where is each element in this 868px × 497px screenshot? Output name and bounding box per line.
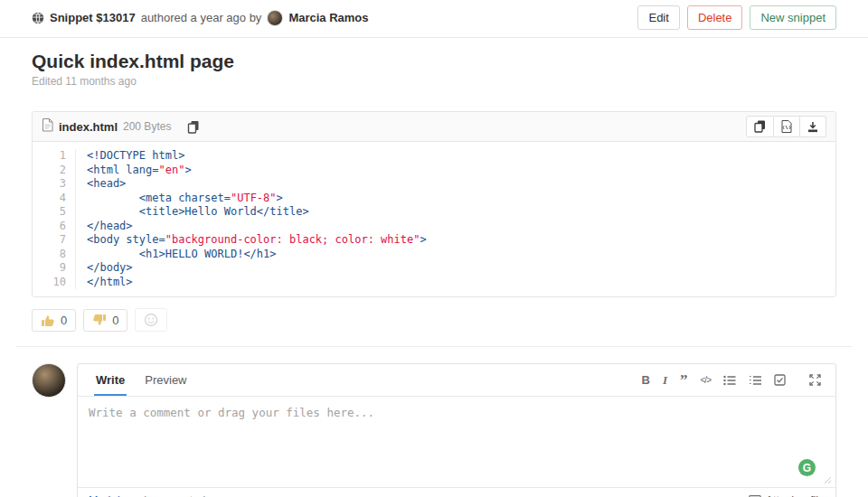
snippet-meta: Snippet $13017 authored a year ago by Ma… xyxy=(32,10,369,26)
code-text: <head> xyxy=(76,177,126,192)
code-text: <body style="background-color: black; co… xyxy=(76,233,427,248)
thumbs-up-button[interactable]: 0 xyxy=(32,309,76,332)
md-toolbar: B I ” </> xyxy=(637,370,826,391)
code-text: <!DOCTYPE html> xyxy=(76,149,184,164)
code-line: 1<!DOCTYPE html> xyxy=(33,149,835,164)
code-line: 2<html lang="en"> xyxy=(33,164,835,178)
comment-input[interactable] xyxy=(78,397,835,487)
code-line: 4 <meta charset="UTF-8"> xyxy=(33,192,835,206)
award-emoji-row: 0 0 xyxy=(0,297,868,332)
file-header: index.html 200 Bytes xyxy=(33,112,835,142)
thumbs-down-count: 0 xyxy=(112,314,118,327)
tab-write[interactable]: Write xyxy=(94,364,127,396)
new-snippet-button[interactable]: New snippet xyxy=(750,5,836,30)
code-text: </head> xyxy=(76,220,133,234)
line-number[interactable]: 7 xyxy=(33,233,76,248)
code-line: 6</head> xyxy=(33,220,835,234)
line-number[interactable]: 9 xyxy=(33,261,76,276)
bold-icon[interactable]: B xyxy=(637,370,656,390)
code-viewer: 1<!DOCTYPE html>2<html lang="en">3<head>… xyxy=(33,142,835,296)
delete-button[interactable]: Delete xyxy=(687,5,743,30)
copy-file-path-icon[interactable] xyxy=(184,118,203,136)
author-avatar[interactable] xyxy=(267,10,283,26)
visibility-globe-icon xyxy=(32,12,44,24)
open-raw-icon[interactable] xyxy=(774,116,800,137)
line-number[interactable]: 10 xyxy=(33,276,76,290)
snippet-header: Snippet $13017 authored a year ago by Ma… xyxy=(0,0,868,38)
line-number[interactable]: 2 xyxy=(33,164,76,178)
comment-footer: Markdown is supported Attach a file xyxy=(78,487,835,497)
snippet-actions: Edit Delete New snippet xyxy=(637,5,836,30)
blockquote-icon[interactable]: ” xyxy=(675,372,693,389)
code-line: 3<head> xyxy=(33,177,835,192)
file-icon xyxy=(42,118,53,135)
code-icon[interactable]: </> xyxy=(695,371,716,389)
file-viewer: index.html 200 Bytes xyxy=(32,111,836,297)
copy-contents-icon[interactable] xyxy=(746,116,774,137)
author-name[interactable]: Marcia Ramos xyxy=(288,11,368,24)
edit-button[interactable]: Edit xyxy=(637,5,679,30)
current-user-avatar xyxy=(32,363,66,398)
thumbs-down-icon xyxy=(92,314,107,327)
snippet-ref: Snippet $13017 xyxy=(50,11,136,24)
code-text: </html> xyxy=(76,276,133,290)
line-number[interactable]: 8 xyxy=(33,248,76,262)
fullscreen-icon[interactable] xyxy=(804,370,826,389)
comment-form: Write Preview B I ” </> xyxy=(77,363,836,497)
thumbs-down-button[interactable]: 0 xyxy=(83,309,127,332)
code-line: 10</html> xyxy=(33,276,835,290)
file-actions xyxy=(746,116,826,137)
add-award-emoji-button[interactable] xyxy=(135,308,167,332)
code-text: <title>Hello World</title> xyxy=(76,205,309,220)
line-number[interactable]: 5 xyxy=(33,205,76,220)
snippet-title-block: Quick index.html page Edited 11 months a… xyxy=(0,38,868,88)
authored-text: authored a year ago by xyxy=(141,11,262,24)
code-line: 7<body style="background-color: black; c… xyxy=(33,233,835,248)
tab-preview[interactable]: Preview xyxy=(143,364,188,396)
line-number[interactable]: 1 xyxy=(33,149,76,164)
page-title: Quick index.html page xyxy=(32,51,836,72)
md-tabs: Write Preview xyxy=(87,364,189,396)
line-number[interactable]: 4 xyxy=(33,192,76,206)
code-text: </body> xyxy=(76,261,133,276)
new-comment-area: Write Preview B I ” </> xyxy=(0,347,868,497)
code-text: <meta charset="UTF-8"> xyxy=(76,192,283,206)
file-name: index.html xyxy=(59,120,118,134)
thumbs-up-count: 0 xyxy=(61,314,67,327)
code-line: 5 <title>Hello World</title> xyxy=(33,205,835,220)
line-number[interactable]: 3 xyxy=(33,177,76,192)
task-list-icon[interactable] xyxy=(769,370,791,389)
resize-grip-icon[interactable] xyxy=(824,476,832,484)
file-size: 200 Bytes xyxy=(123,120,171,133)
thumbs-up-icon xyxy=(41,314,55,327)
grammarly-icon[interactable]: G xyxy=(798,459,816,476)
code-line: 9</body> xyxy=(33,261,835,276)
edited-timestamp: Edited 11 months ago xyxy=(32,75,836,88)
code-text: <html lang="en"> xyxy=(76,164,192,178)
bullet-list-icon[interactable] xyxy=(718,371,741,389)
line-number[interactable]: 6 xyxy=(33,220,76,234)
italic-icon[interactable]: I xyxy=(657,370,673,391)
download-icon[interactable] xyxy=(800,116,826,137)
smiley-icon xyxy=(144,313,158,327)
code-text: <h1>HELLO WORLD!</h1> xyxy=(76,248,277,262)
numbered-list-icon[interactable] xyxy=(743,371,767,389)
code-line: 8 <h1>HELLO WORLD!</h1> xyxy=(33,248,835,262)
